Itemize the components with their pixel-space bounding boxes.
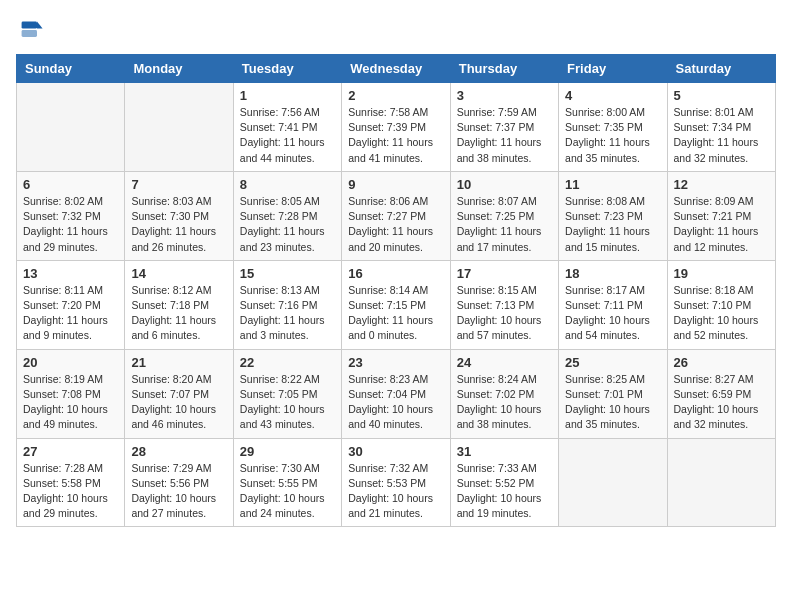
page-header <box>16 16 776 44</box>
day-detail: Sunrise: 7:30 AM Sunset: 5:55 PM Dayligh… <box>240 461 335 522</box>
calendar-week-row: 27Sunrise: 7:28 AM Sunset: 5:58 PM Dayli… <box>17 438 776 527</box>
day-detail: Sunrise: 7:33 AM Sunset: 5:52 PM Dayligh… <box>457 461 552 522</box>
calendar-header-wednesday: Wednesday <box>342 55 450 83</box>
day-number: 18 <box>565 266 660 281</box>
day-detail: Sunrise: 7:32 AM Sunset: 5:53 PM Dayligh… <box>348 461 443 522</box>
day-detail: Sunrise: 7:58 AM Sunset: 7:39 PM Dayligh… <box>348 105 443 166</box>
logo-icon <box>16 16 44 44</box>
day-number: 12 <box>674 177 769 192</box>
day-number: 31 <box>457 444 552 459</box>
calendar-cell: 22Sunrise: 8:22 AM Sunset: 7:05 PM Dayli… <box>233 349 341 438</box>
day-detail: Sunrise: 8:24 AM Sunset: 7:02 PM Dayligh… <box>457 372 552 433</box>
calendar-cell: 10Sunrise: 8:07 AM Sunset: 7:25 PM Dayli… <box>450 171 558 260</box>
calendar-cell: 31Sunrise: 7:33 AM Sunset: 5:52 PM Dayli… <box>450 438 558 527</box>
day-detail: Sunrise: 8:27 AM Sunset: 6:59 PM Dayligh… <box>674 372 769 433</box>
calendar-cell: 6Sunrise: 8:02 AM Sunset: 7:32 PM Daylig… <box>17 171 125 260</box>
calendar-cell: 24Sunrise: 8:24 AM Sunset: 7:02 PM Dayli… <box>450 349 558 438</box>
day-detail: Sunrise: 8:07 AM Sunset: 7:25 PM Dayligh… <box>457 194 552 255</box>
day-detail: Sunrise: 8:08 AM Sunset: 7:23 PM Dayligh… <box>565 194 660 255</box>
calendar-cell: 12Sunrise: 8:09 AM Sunset: 7:21 PM Dayli… <box>667 171 775 260</box>
day-number: 30 <box>348 444 443 459</box>
calendar-cell: 21Sunrise: 8:20 AM Sunset: 7:07 PM Dayli… <box>125 349 233 438</box>
day-number: 21 <box>131 355 226 370</box>
calendar-table: SundayMondayTuesdayWednesdayThursdayFrid… <box>16 54 776 527</box>
calendar-cell: 4Sunrise: 8:00 AM Sunset: 7:35 PM Daylig… <box>559 83 667 172</box>
day-number: 25 <box>565 355 660 370</box>
calendar-cell: 8Sunrise: 8:05 AM Sunset: 7:28 PM Daylig… <box>233 171 341 260</box>
day-number: 28 <box>131 444 226 459</box>
calendar-cell: 16Sunrise: 8:14 AM Sunset: 7:15 PM Dayli… <box>342 260 450 349</box>
svg-marker-1 <box>37 22 43 29</box>
day-detail: Sunrise: 8:13 AM Sunset: 7:16 PM Dayligh… <box>240 283 335 344</box>
day-number: 9 <box>348 177 443 192</box>
day-number: 16 <box>348 266 443 281</box>
day-detail: Sunrise: 8:00 AM Sunset: 7:35 PM Dayligh… <box>565 105 660 166</box>
calendar-cell: 23Sunrise: 8:23 AM Sunset: 7:04 PM Dayli… <box>342 349 450 438</box>
calendar-cell: 5Sunrise: 8:01 AM Sunset: 7:34 PM Daylig… <box>667 83 775 172</box>
day-detail: Sunrise: 7:59 AM Sunset: 7:37 PM Dayligh… <box>457 105 552 166</box>
day-detail: Sunrise: 8:15 AM Sunset: 7:13 PM Dayligh… <box>457 283 552 344</box>
calendar-header-tuesday: Tuesday <box>233 55 341 83</box>
calendar-cell: 13Sunrise: 8:11 AM Sunset: 7:20 PM Dayli… <box>17 260 125 349</box>
day-detail: Sunrise: 8:14 AM Sunset: 7:15 PM Dayligh… <box>348 283 443 344</box>
day-number: 22 <box>240 355 335 370</box>
day-number: 19 <box>674 266 769 281</box>
svg-rect-2 <box>22 22 37 29</box>
day-detail: Sunrise: 8:05 AM Sunset: 7:28 PM Dayligh… <box>240 194 335 255</box>
calendar-cell: 25Sunrise: 8:25 AM Sunset: 7:01 PM Dayli… <box>559 349 667 438</box>
day-number: 26 <box>674 355 769 370</box>
day-number: 23 <box>348 355 443 370</box>
calendar-header-saturday: Saturday <box>667 55 775 83</box>
calendar-cell: 28Sunrise: 7:29 AM Sunset: 5:56 PM Dayli… <box>125 438 233 527</box>
day-number: 15 <box>240 266 335 281</box>
calendar-cell: 15Sunrise: 8:13 AM Sunset: 7:16 PM Dayli… <box>233 260 341 349</box>
calendar-cell: 14Sunrise: 8:12 AM Sunset: 7:18 PM Dayli… <box>125 260 233 349</box>
day-number: 10 <box>457 177 552 192</box>
day-number: 20 <box>23 355 118 370</box>
calendar-cell: 29Sunrise: 7:30 AM Sunset: 5:55 PM Dayli… <box>233 438 341 527</box>
calendar-header-friday: Friday <box>559 55 667 83</box>
calendar-cell: 3Sunrise: 7:59 AM Sunset: 7:37 PM Daylig… <box>450 83 558 172</box>
calendar-week-row: 13Sunrise: 8:11 AM Sunset: 7:20 PM Dayli… <box>17 260 776 349</box>
day-detail: Sunrise: 8:06 AM Sunset: 7:27 PM Dayligh… <box>348 194 443 255</box>
calendar-cell: 26Sunrise: 8:27 AM Sunset: 6:59 PM Dayli… <box>667 349 775 438</box>
day-number: 24 <box>457 355 552 370</box>
day-number: 14 <box>131 266 226 281</box>
calendar-cell: 11Sunrise: 8:08 AM Sunset: 7:23 PM Dayli… <box>559 171 667 260</box>
calendar-cell: 2Sunrise: 7:58 AM Sunset: 7:39 PM Daylig… <box>342 83 450 172</box>
day-number: 11 <box>565 177 660 192</box>
day-detail: Sunrise: 8:22 AM Sunset: 7:05 PM Dayligh… <box>240 372 335 433</box>
calendar-cell <box>559 438 667 527</box>
calendar-cell <box>667 438 775 527</box>
day-number: 17 <box>457 266 552 281</box>
day-number: 5 <box>674 88 769 103</box>
day-detail: Sunrise: 8:02 AM Sunset: 7:32 PM Dayligh… <box>23 194 118 255</box>
day-number: 4 <box>565 88 660 103</box>
day-detail: Sunrise: 8:11 AM Sunset: 7:20 PM Dayligh… <box>23 283 118 344</box>
calendar-header-thursday: Thursday <box>450 55 558 83</box>
day-number: 3 <box>457 88 552 103</box>
calendar-header-row: SundayMondayTuesdayWednesdayThursdayFrid… <box>17 55 776 83</box>
day-detail: Sunrise: 8:19 AM Sunset: 7:08 PM Dayligh… <box>23 372 118 433</box>
day-detail: Sunrise: 8:09 AM Sunset: 7:21 PM Dayligh… <box>674 194 769 255</box>
day-number: 13 <box>23 266 118 281</box>
calendar-header-sunday: Sunday <box>17 55 125 83</box>
calendar-week-row: 20Sunrise: 8:19 AM Sunset: 7:08 PM Dayli… <box>17 349 776 438</box>
calendar-cell: 30Sunrise: 7:32 AM Sunset: 5:53 PM Dayli… <box>342 438 450 527</box>
day-detail: Sunrise: 8:20 AM Sunset: 7:07 PM Dayligh… <box>131 372 226 433</box>
day-number: 6 <box>23 177 118 192</box>
day-number: 2 <box>348 88 443 103</box>
calendar-week-row: 1Sunrise: 7:56 AM Sunset: 7:41 PM Daylig… <box>17 83 776 172</box>
svg-rect-3 <box>22 30 37 37</box>
day-detail: Sunrise: 8:03 AM Sunset: 7:30 PM Dayligh… <box>131 194 226 255</box>
day-detail: Sunrise: 8:17 AM Sunset: 7:11 PM Dayligh… <box>565 283 660 344</box>
calendar-cell: 7Sunrise: 8:03 AM Sunset: 7:30 PM Daylig… <box>125 171 233 260</box>
calendar-cell: 20Sunrise: 8:19 AM Sunset: 7:08 PM Dayli… <box>17 349 125 438</box>
day-detail: Sunrise: 8:25 AM Sunset: 7:01 PM Dayligh… <box>565 372 660 433</box>
calendar-cell <box>125 83 233 172</box>
calendar-cell <box>17 83 125 172</box>
day-detail: Sunrise: 7:56 AM Sunset: 7:41 PM Dayligh… <box>240 105 335 166</box>
calendar-cell: 19Sunrise: 8:18 AM Sunset: 7:10 PM Dayli… <box>667 260 775 349</box>
day-number: 29 <box>240 444 335 459</box>
calendar-cell: 17Sunrise: 8:15 AM Sunset: 7:13 PM Dayli… <box>450 260 558 349</box>
